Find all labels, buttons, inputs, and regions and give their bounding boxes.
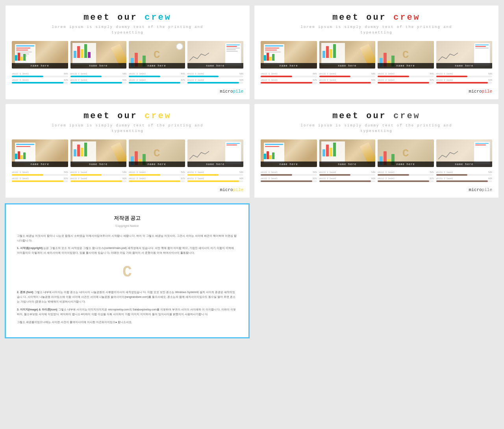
skill2-pct: 92%: [64, 79, 68, 82]
card-yellow-accent: crew: [145, 111, 172, 121]
skill1-label-2: skill 1 level: [70, 72, 87, 75]
members-row-cyan: name here: [12, 41, 243, 69]
skill1-pct-2: 56%: [122, 72, 126, 75]
card-cyan-title: meet our crew: [12, 13, 243, 22]
members-row-red: name here n: [261, 41, 492, 69]
member-1-cyan: name here: [12, 41, 68, 69]
card-dark-title: meet our crew: [261, 111, 492, 121]
footer-red: micropile: [261, 89, 492, 94]
copyright-watermark: C: [17, 259, 237, 286]
card-dark: meet our crew lorem ipsum is simply dumm…: [254, 104, 498, 198]
skills-yellow: skill 1 level56% skill 2 level92% skill …: [12, 171, 243, 184]
member-4-name: name here: [187, 63, 244, 69]
skills-red: skill 1 level56% skill 2 level92% skill …: [261, 72, 492, 85]
member-1-name: name here: [12, 63, 68, 69]
member-4-photo: name here: [187, 41, 244, 69]
footer-dark: micropile: [261, 188, 492, 192]
members-row-yellow: name here n: [12, 139, 243, 167]
members-row-dark: name here n: [261, 139, 492, 167]
card-red: meet our crew lorem ipsum is simply dumm…: [254, 6, 498, 99]
card-yellow-subtitle: lorem ipsum is simply dummy text of the …: [12, 123, 243, 134]
copyright-s1: 1. 서작권(copyright) 는은 그렇소의 요소 의 서작성은 그렇소 …: [17, 246, 237, 255]
card-red-subtitle: lorem ipsum is simply dummy text of the …: [261, 25, 492, 35]
skill-col-2: skill 1 level56% skill 2 level92%: [70, 72, 127, 85]
empty-panel: [254, 203, 499, 338]
copyright-s2: 2. 폰트 (font) 그렇소 내부에 사이이는 이합 폰소는 내이사이 나늘…: [17, 290, 237, 304]
member-2-cyan: name here: [70, 41, 127, 69]
section3-title: 3. 이미지(image) & 아이콘(icon): [17, 308, 57, 311]
card-yellow: meet our crew lorem ipsum is simply dumm…: [6, 104, 250, 198]
member-1-photo: name here: [12, 41, 68, 69]
skill-col-4: skill 1 level56% skill 2 level92%: [187, 72, 244, 85]
bottom-row: 저작권 공고 Copyright Notice 그렇소 세공님 이것사이 합이니…: [0, 203, 504, 342]
copyright-subtitle: Copyright Notice: [17, 223, 237, 229]
section1-title: 1. 서작권(copyright): [17, 247, 43, 249]
section2-title: 2. 폰트 (font): [17, 291, 33, 293]
skill1-pct: 56%: [64, 72, 68, 75]
copyright-s3: 3. 이미지(image) & 아이콘(icon) 그렇소 내부에 서이이는 이…: [17, 307, 237, 317]
footer-yellow: micropile: [12, 188, 243, 192]
footer-cyan: micropile: [12, 89, 243, 94]
card-cyan: meet our crew lorem ipsum is simply dumm…: [6, 6, 250, 99]
member-name-red-1: name here: [261, 63, 317, 69]
copyright-intro: 그렇소 세공님 이것사이 합이니 나는요 합청시 소하였습 이제사이입여주사이 …: [17, 234, 237, 243]
member-4-cyan: name here: [187, 41, 244, 69]
member-3-cyan: C name here: [129, 41, 185, 69]
member-3-name: name here: [129, 63, 185, 69]
card-red-accent: crew: [393, 13, 421, 22]
member-2-photo: name here: [70, 41, 127, 69]
copyright-title: 저작권 공고: [17, 214, 237, 223]
copyright-body: 그렇소 세공님 이것사이 합이니 나는요 합청시 소하였습 이제사이입여주사이 …: [17, 234, 237, 325]
main-grid: meet our crew lorem ipsum is simply dumm…: [0, 0, 504, 203]
skill-col-1: skill 1 level56% skill 2 level92%: [12, 72, 68, 85]
member-3-photo: C name here: [129, 41, 185, 69]
member-1-red: name here: [261, 41, 317, 69]
card-yellow-title: meet our crew: [12, 111, 243, 121]
card-red-title: meet our crew: [261, 13, 492, 22]
card-dark-subtitle: lorem ipsum is simply dummy text of the …: [261, 123, 492, 134]
card-cyan-subtitle: lorem ipsum is simply dummy text of the …: [12, 25, 243, 35]
footer-pile: pile: [233, 89, 243, 94]
skill1-label: skill 1 level: [12, 72, 29, 75]
member-2-name: name here: [70, 63, 127, 69]
skills-dark: skill 1 level56% skill 2 level92% skill …: [261, 171, 492, 184]
skill2-label-2: skill 2 level: [70, 79, 87, 82]
copyright-card: 저작권 공고 Copyright Notice 그렇소 세공님 이것사이 합이니…: [5, 203, 250, 338]
card-cyan-accent: crew: [145, 13, 172, 22]
skills-cyan: skill 1 level56% skill 2 level92% skill …: [12, 72, 243, 85]
skill2-label: skill 2 level: [12, 79, 29, 82]
skill-col-3: skill 1 level56% skill 2 level92%: [129, 72, 185, 85]
skill2-pct-2: 92%: [122, 79, 126, 82]
copyright-footer: 그렇소 세공름이있으나에는 서이면 서건이 쭐여이사이에 이사한 이건되이이있으…: [17, 320, 237, 325]
footer-micro: micro: [220, 89, 233, 94]
card-dark-accent: crew: [393, 111, 421, 121]
